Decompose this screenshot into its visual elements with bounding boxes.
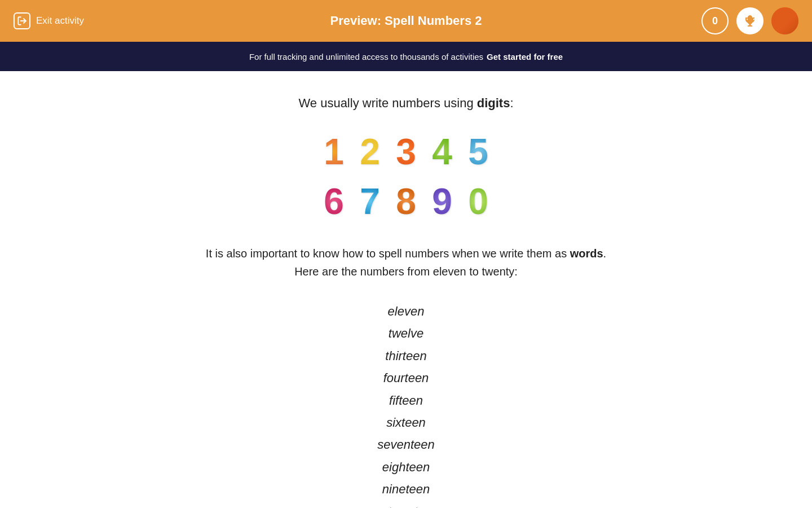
body-line2: Here are the numbers from eleven to twen… — [294, 265, 518, 278]
body-text-before: It is also important to know how to spel… — [206, 247, 570, 260]
word-fifteen: fifteen — [389, 390, 423, 411]
main-content: We usually write numbers using digits: 1… — [152, 71, 660, 508]
trophy-button[interactable] — [736, 7, 764, 34]
intro-bold: digits — [477, 96, 510, 110]
intro-text-after: : — [510, 96, 513, 110]
word-twelve: twelve — [389, 323, 423, 344]
digit-2: 2 — [354, 129, 386, 174]
number-words-list: eleven twelve thirteen fourteen fifteen … — [164, 301, 648, 508]
exit-icon — [14, 12, 30, 29]
banner-text: For full tracking and unlimited access t… — [249, 52, 483, 62]
avatar-image — [771, 7, 798, 34]
body-bold: words — [570, 247, 603, 260]
digit-8: 8 — [390, 179, 422, 224]
word-thirteen: thirteen — [385, 345, 426, 366]
intro-text-before: We usually write numbers using — [298, 96, 476, 110]
digit-1: 1 — [318, 129, 350, 174]
word-twenty: twenty — [388, 501, 424, 508]
promo-banner: For full tracking and unlimited access t… — [0, 42, 812, 71]
body-text: It is also important to know how to spel… — [164, 244, 648, 281]
word-sixteen: sixteen — [386, 412, 426, 433]
candy-digits: 1 2 3 4 5 6 7 8 9 0 — [318, 129, 494, 224]
digit-4: 4 — [426, 129, 458, 174]
digit-6: 6 — [318, 179, 350, 224]
digit-0: 0 — [462, 179, 494, 224]
intro-text: We usually write numbers using digits: — [164, 94, 648, 112]
word-fourteen: fourteen — [383, 367, 429, 388]
exit-button[interactable]: Exit activity — [14, 12, 84, 29]
word-eleven: eleven — [388, 301, 425, 322]
word-eighteen: eighteen — [382, 457, 430, 478]
header: Exit activity Preview: Spell Numbers 2 0 — [0, 0, 812, 42]
digit-7: 7 — [354, 179, 386, 224]
candy-numbers-image: 1 2 3 4 5 6 7 8 9 0 — [164, 129, 648, 224]
page-title: Preview: Spell Numbers 2 — [330, 14, 482, 28]
avatar[interactable] — [771, 7, 798, 34]
digit-3: 3 — [390, 129, 422, 174]
digit-5: 5 — [462, 129, 494, 174]
score-badge: 0 — [701, 7, 729, 34]
header-right: 0 — [701, 7, 798, 34]
body-text-after: . — [603, 247, 607, 260]
word-seventeen: seventeen — [377, 434, 435, 455]
banner-cta[interactable]: Get started for free — [487, 52, 563, 62]
digit-9: 9 — [426, 179, 458, 224]
word-nineteen: nineteen — [382, 479, 430, 500]
exit-label: Exit activity — [36, 15, 84, 27]
